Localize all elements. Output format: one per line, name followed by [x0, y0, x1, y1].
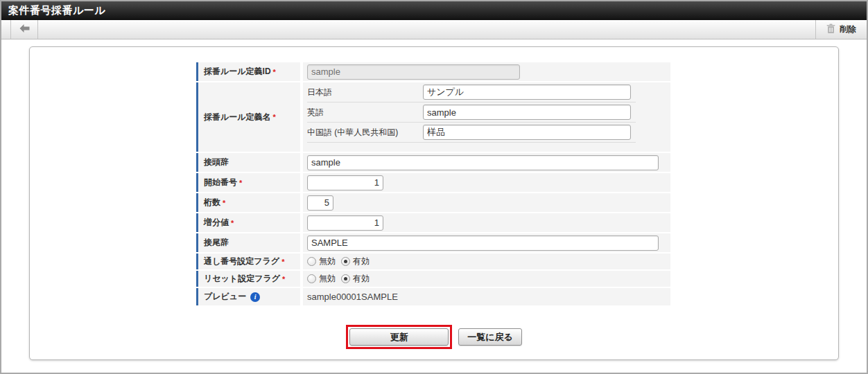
rule-name-label: 採番ルール定義名 * — [196, 82, 300, 152]
form-row-digits: 桁数 * — [196, 193, 670, 212]
toolbar-spacer — [38, 20, 815, 39]
toolbar-lead-spacer — [1, 20, 10, 39]
start-number-label: 開始番号 * — [196, 173, 300, 192]
update-button[interactable]: 更新 — [349, 328, 449, 346]
serial-flag-option-disabled-label: 無効 — [319, 256, 336, 267]
rule-id-label: 採番ルール定義ID * — [196, 62, 300, 81]
locale-label-chinese: 中国語 (中華人民共和国) — [307, 127, 423, 139]
reset-flag-option-disabled-label: 無効 — [319, 273, 336, 285]
suffix-field-cell — [303, 233, 670, 252]
serial-flag-radio-disabled[interactable] — [307, 257, 316, 266]
prefix-input[interactable] — [307, 155, 659, 170]
serial-flag-label: 通し番号設定フラグ * — [196, 253, 300, 269]
preview-field-cell: sample00001SAMPLE — [303, 288, 670, 305]
content-area: 採番ルール定義ID * 採番ルール定義名 * — [1, 39, 867, 360]
page-title: 案件番号採番ルール — [8, 4, 105, 17]
reset-flag-field-cell: 無効 有効 — [303, 271, 670, 287]
left-arrow-icon — [19, 24, 31, 35]
rule-id-input — [307, 64, 520, 80]
locale-row-japanese: 日本語 — [307, 82, 636, 103]
delete-button-label: 削除 — [840, 24, 856, 35]
form-panel: 採番ルール定義ID * 採番ルール定義名 * — [29, 46, 839, 360]
required-marker: * — [223, 199, 225, 207]
digits-field-cell — [303, 193, 670, 212]
trash-icon — [826, 24, 835, 36]
rule-name-chinese-input[interactable] — [423, 125, 631, 140]
toolbar: 削除 — [1, 20, 867, 39]
locale-row-english: 英語 — [307, 103, 636, 123]
reset-flag-label: リセット設定フラグ * — [196, 271, 300, 287]
prefix-field-cell — [303, 153, 670, 172]
rule-id-field-cell — [303, 62, 670, 81]
locale-label-english: 英語 — [307, 107, 423, 118]
form-row-start-number: 開始番号 * — [196, 173, 670, 192]
required-marker: * — [239, 179, 242, 187]
locale-row-chinese: 中国語 (中華人民共和国) — [307, 123, 636, 143]
form-row-suffix: 接尾辞 — [196, 233, 670, 252]
required-marker: * — [231, 219, 234, 227]
reset-flag-radio-disabled[interactable] — [307, 274, 316, 283]
update-button-highlight: 更新 — [346, 325, 452, 349]
rule-name-locale-table: 日本語 英語 中国語 (中華人民共和国) — [307, 82, 636, 143]
reset-flag-radio-enabled[interactable] — [341, 274, 350, 283]
numbering-rule-form: 採番ルール定義ID * 採番ルール定義名 * — [196, 62, 670, 305]
form-row-serial-flag: 通し番号設定フラグ * 無効 有効 — [196, 253, 670, 269]
page-title-bar: 案件番号採番ルール — [1, 1, 867, 20]
form-actions: 更新 一覧に戻る — [30, 325, 838, 349]
preview-value: sample00001SAMPLE — [307, 292, 398, 302]
form-row-rule-id: 採番ルール定義ID * — [196, 62, 670, 81]
digits-input[interactable] — [307, 195, 333, 211]
rule-name-english-input[interactable] — [423, 105, 631, 120]
rule-name-japanese-input[interactable] — [423, 84, 631, 100]
locale-label-japanese: 日本語 — [307, 87, 423, 98]
suffix-input[interactable] — [307, 235, 659, 251]
suffix-label: 接尾辞 — [196, 233, 300, 252]
info-icon[interactable]: i — [250, 292, 260, 302]
delete-button[interactable]: 削除 — [816, 20, 867, 39]
form-row-reset-flag: リセット設定フラグ * 無効 有効 — [196, 271, 670, 287]
start-number-input[interactable] — [307, 175, 383, 190]
increment-label: 増分値 * — [196, 213, 300, 232]
form-row-preview: プレビュー i sample00001SAMPLE — [196, 288, 670, 305]
rule-name-field-cell: 日本語 英語 中国語 (中華人民共和国) — [303, 82, 670, 152]
back-to-list-button[interactable]: 一覧に戻る — [458, 328, 522, 346]
form-row-rule-name: 採番ルール定義名 * 日本語 英語 — [196, 82, 670, 152]
required-marker: * — [281, 258, 284, 266]
serial-flag-radio-enabled[interactable] — [341, 257, 350, 266]
app-window: 案件番号採番ルール 削除 — [0, 0, 868, 374]
required-marker: * — [273, 113, 276, 121]
digits-label: 桁数 * — [196, 193, 300, 212]
preview-label: プレビュー i — [196, 288, 300, 305]
serial-flag-field-cell: 無効 有効 — [303, 253, 670, 269]
back-button[interactable] — [11, 20, 37, 39]
increment-input[interactable] — [307, 215, 383, 231]
form-row-increment: 増分値 * — [196, 213, 670, 232]
start-number-field-cell — [303, 173, 670, 192]
prefix-label: 接頭辞 — [196, 153, 300, 172]
required-marker: * — [282, 275, 285, 283]
required-marker: * — [273, 68, 276, 76]
reset-flag-option-enabled-label: 有効 — [353, 273, 370, 285]
form-row-prefix: 接頭辞 — [196, 153, 670, 172]
increment-field-cell — [303, 213, 670, 232]
serial-flag-option-enabled-label: 有効 — [353, 256, 370, 267]
